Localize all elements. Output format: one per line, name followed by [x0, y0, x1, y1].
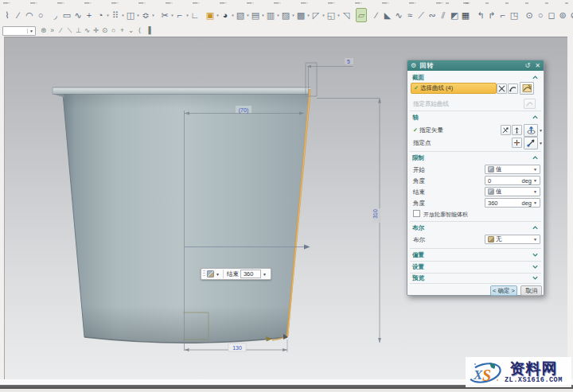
snap-control-point-toggle[interactable]: ⊥: [74, 25, 83, 36]
boolean-dropdown[interactable]: 无▼: [485, 235, 540, 244]
vector-inverse-button[interactable]: [512, 125, 522, 135]
snap-midpoint-toggle[interactable]: ⟍: [65, 25, 74, 36]
offset-face-button[interactable]: ○: [535, 8, 546, 22]
make-corner-button[interactable]: ∟: [189, 8, 201, 22]
settings-group-header[interactable]: 设置: [412, 262, 539, 271]
dropdown-caret-icon[interactable]: ▼: [533, 178, 537, 183]
edge-chamfer-button[interactable]: ◣: [382, 8, 393, 22]
collapse-chevron-icon[interactable]: [532, 154, 539, 161]
datum-plane-button[interactable]: ▱: [356, 8, 367, 22]
snap-endpoint-toggle[interactable]: ∕: [57, 25, 65, 36]
dialog-close-icon[interactable]: ✕: [535, 62, 540, 69]
pattern-curve-button[interactable]: ⠿: [110, 8, 121, 22]
offset-curve-caret[interactable]: ▼: [151, 14, 155, 17]
cancel-button[interactable]: 取消: [520, 285, 542, 296]
axis-group-header[interactable]: 轴: [412, 113, 539, 122]
drag-grip[interactable]: [203, 270, 205, 278]
draft-button[interactable]: ◸: [310, 8, 322, 22]
dropdown-caret-icon[interactable]: ▼: [533, 189, 537, 194]
start-option-dropdown[interactable]: 值▼: [485, 165, 540, 174]
section-group-header[interactable]: 截面: [412, 73, 539, 82]
mirror-curve-button[interactable]: ◫: [125, 8, 136, 22]
snap-arc-center-toggle[interactable]: ✛: [92, 25, 100, 36]
revolve-button[interactable]: ◕: [220, 8, 231, 22]
limit-option-icon[interactable]: [207, 270, 214, 278]
selection-filter-combo[interactable]: ▼: [2, 26, 36, 36]
snap-point-on-curve-toggle[interactable]: +: [118, 25, 127, 36]
end-option-dropdown[interactable]: 值▼: [485, 187, 540, 196]
replace-face-button[interactable]: ◻: [546, 8, 557, 22]
arc-button[interactable]: ◠: [24, 8, 35, 22]
edge-line-button[interactable]: ∕: [371, 8, 382, 22]
ok-button[interactable]: < 确定 >: [490, 285, 517, 296]
combine-button[interactable]: ⌐: [497, 8, 509, 22]
select-curve-row[interactable]: ✓ 选择曲线 (4): [411, 83, 497, 94]
bridge-curve-button[interactable]: ↰: [475, 8, 486, 22]
vector-dialog-button[interactable]: [501, 125, 511, 135]
fillet-button[interactable]: ◞: [50, 8, 61, 22]
collapse-chevron-icon[interactable]: [532, 74, 539, 81]
expand-chevron-icon[interactable]: [532, 274, 539, 281]
intersect-button[interactable]: ◳: [509, 8, 520, 22]
extract-button[interactable]: ▦: [460, 8, 471, 22]
expand-chevron-icon[interactable]: [532, 251, 539, 258]
studio-spline-button[interactable]: ∿: [72, 8, 84, 22]
sew-button[interactable]: ⫽: [438, 8, 449, 22]
start-angle-field[interactable]: 0 deg▼: [485, 176, 540, 185]
block-button[interactable]: ▧: [235, 8, 246, 22]
snap-cursor-toggle[interactable]: ▐: [144, 25, 153, 36]
end-angle-input[interactable]: 360: [240, 270, 261, 278]
end-angle-caret[interactable]: ▼: [263, 272, 267, 277]
point-button[interactable]: +: [84, 8, 95, 22]
extrude-button[interactable]: ▣: [205, 8, 216, 22]
sketch-section-button[interactable]: [520, 82, 534, 95]
edge-blend-button[interactable]: ∿: [393, 8, 404, 22]
point-constructor-button[interactable]: [524, 137, 538, 149]
dialog-reset-icon[interactable]: ↺: [525, 62, 531, 69]
tube-button[interactable]: ∾: [427, 8, 438, 22]
hole-button[interactable]: ▥: [265, 8, 276, 22]
combo-caret-icon[interactable]: ▼: [27, 29, 35, 33]
dialog-titlebar[interactable]: ⚙ 回转 ↺ ✕: [407, 60, 544, 71]
offset-group-header[interactable]: 偏置: [412, 250, 539, 259]
curve-rule-button[interactable]: [508, 83, 518, 94]
point-dialog-button[interactable]: [512, 138, 522, 148]
circle-button[interactable]: ○: [35, 8, 46, 22]
chamfer-feature-button[interactable]: ◹: [341, 8, 352, 22]
cylinder-button[interactable]: ▤: [250, 8, 261, 22]
limits-group-header[interactable]: 限制: [412, 153, 539, 162]
offset-curve-button[interactable]: ≎: [140, 8, 151, 22]
expand-chevron-icon[interactable]: [532, 263, 539, 270]
point-options-caret[interactable]: ▼: [539, 141, 543, 146]
quick-extend-button[interactable]: ⌐: [174, 8, 185, 22]
ellipse-button[interactable]: ◔: [95, 8, 106, 22]
end-angle-field[interactable]: 360 deg▼: [485, 198, 540, 208]
snap-existing-point-toggle[interactable]: ○: [109, 25, 118, 36]
line-button[interactable]: ∕: [13, 8, 24, 22]
shell-button[interactable]: ▨: [280, 8, 291, 22]
collapse-chevron-icon[interactable]: [532, 114, 539, 121]
move-face-button[interactable]: ⊙: [524, 8, 535, 22]
dropdown-caret-icon[interactable]: ▼: [533, 200, 537, 205]
profile-button[interactable]: ⌇: [2, 8, 13, 22]
on-screen-input-bar[interactable]: ▼ 结束 360 ▼: [201, 268, 271, 280]
dropdown-caret-icon[interactable]: ▼: [533, 167, 537, 172]
rectangle-button[interactable]: ▭: [61, 8, 72, 22]
dropdown-caret-icon[interactable]: ▼: [533, 237, 537, 242]
snap-point-on-face-toggle[interactable]: ⌄: [127, 25, 135, 36]
boolean-group-header[interactable]: 布尔: [412, 223, 539, 232]
quick-trim-button[interactable]: ✂: [159, 8, 170, 22]
vector-options-caret[interactable]: ▼: [539, 128, 543, 133]
open-profile-checkbox[interactable]: [413, 210, 420, 217]
resize-face-button[interactable]: ⊚: [557, 8, 568, 22]
snap-bounded-grid-toggle[interactable]: ⟨: [135, 25, 144, 36]
unite-button[interactable]: ◱: [325, 8, 337, 22]
snap-quadrant-toggle[interactable]: ⊙: [100, 25, 109, 36]
sweep-button[interactable]: ⟋: [415, 8, 427, 22]
snap-intersection-toggle[interactable]: ∿: [83, 25, 92, 36]
preview-group-header[interactable]: 预览: [412, 274, 539, 282]
limit-option-caret[interactable]: ▼: [216, 272, 220, 277]
face-blend-button[interactable]: ≈: [404, 8, 415, 22]
vector-constructor-button[interactable]: [524, 124, 538, 137]
snap-expand-toggle[interactable]: »: [48, 25, 57, 36]
